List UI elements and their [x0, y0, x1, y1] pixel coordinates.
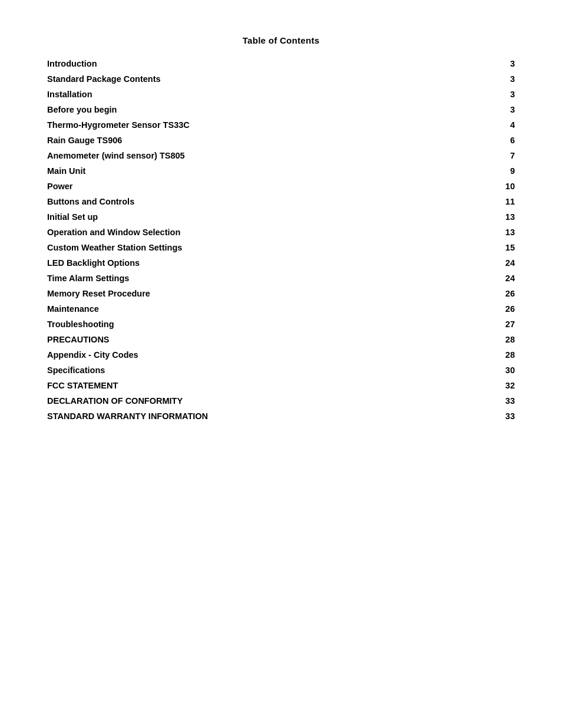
toc-entry-label: Troubleshooting: [47, 317, 468, 332]
toc-entry-page: 33: [468, 409, 515, 424]
toc-row: Introduction3: [47, 56, 515, 71]
toc-entry-label: Operation and Window Selection: [47, 225, 468, 240]
toc-entry-label: Appendix - City Codes: [47, 347, 468, 363]
toc-entry-page: 13: [468, 225, 515, 240]
toc-entry-page: 28: [468, 332, 515, 347]
toc-entry-label: Anemometer (wind sensor) TS805: [47, 148, 468, 163]
toc-entry-label: DECLARATION OF CONFORMITY: [47, 393, 468, 409]
toc-entry-page: 26: [468, 301, 515, 317]
toc-entry-page: 27: [468, 317, 515, 332]
toc-entry-page: 9: [468, 163, 515, 179]
toc-row: Custom Weather Station Settings15: [47, 240, 515, 255]
toc-row: Thermo-Hygrometer Sensor TS33C4: [47, 117, 515, 133]
toc-row: Power10: [47, 179, 515, 194]
toc-table: Introduction3Standard Package Contents3I…: [47, 56, 515, 424]
toc-entry-page: 4: [468, 117, 515, 133]
toc-entry-page: 24: [468, 271, 515, 286]
toc-row: Main Unit9: [47, 163, 515, 179]
toc-entry-page: 3: [468, 87, 515, 102]
toc-entry-label: PRECAUTIONS: [47, 332, 468, 347]
toc-row: LED Backlight Options24: [47, 255, 515, 271]
toc-entry-label: Specifications: [47, 363, 468, 378]
toc-entry-label: Installation: [47, 87, 468, 102]
toc-entry-page: 33: [468, 393, 515, 409]
toc-entry-label: Custom Weather Station Settings: [47, 240, 468, 255]
toc-row: DECLARATION OF CONFORMITY33: [47, 393, 515, 409]
toc-entry-label: Initial Set up: [47, 209, 468, 225]
toc-row: Initial Set up13: [47, 209, 515, 225]
toc-row: Appendix - City Codes28: [47, 347, 515, 363]
toc-row: Time Alarm Settings24: [47, 271, 515, 286]
toc-row: Anemometer (wind sensor) TS8057: [47, 148, 515, 163]
toc-entry-page: 6: [468, 133, 515, 148]
toc-entry-label: Maintenance: [47, 301, 468, 317]
toc-entry-page: 3: [468, 71, 515, 87]
toc-row: Troubleshooting27: [47, 317, 515, 332]
toc-row: Memory Reset Procedure26: [47, 286, 515, 301]
toc-entry-page: 10: [468, 179, 515, 194]
toc-entry-page: 3: [468, 56, 515, 71]
toc-entry-label: Time Alarm Settings: [47, 271, 468, 286]
toc-row: Standard Package Contents3: [47, 71, 515, 87]
toc-entry-label: Rain Gauge TS906: [47, 133, 468, 148]
toc-entry-page: 28: [468, 347, 515, 363]
toc-entry-page: 30: [468, 363, 515, 378]
toc-row: PRECAUTIONS28: [47, 332, 515, 347]
toc-entry-page: 32: [468, 378, 515, 393]
toc-row: Specifications30: [47, 363, 515, 378]
toc-entry-page: 26: [468, 286, 515, 301]
toc-entry-page: 15: [468, 240, 515, 255]
toc-entry-page: 24: [468, 255, 515, 271]
toc-entry-label: Standard Package Contents: [47, 71, 468, 87]
toc-row: Maintenance26: [47, 301, 515, 317]
page-title: Table of Contents: [47, 35, 515, 45]
toc-entry-page: 11: [468, 194, 515, 209]
toc-entry-label: Memory Reset Procedure: [47, 286, 468, 301]
toc-entry-label: FCC STATEMENT: [47, 378, 468, 393]
toc-row: Installation3: [47, 87, 515, 102]
toc-row: STANDARD WARRANTY INFORMATION33: [47, 409, 515, 424]
toc-entry-label: Power: [47, 179, 468, 194]
toc-entry-label: LED Backlight Options: [47, 255, 468, 271]
toc-row: Before you begin3: [47, 102, 515, 117]
toc-row: Buttons and Controls11: [47, 194, 515, 209]
toc-row: FCC STATEMENT32: [47, 378, 515, 393]
toc-entry-label: Main Unit: [47, 163, 468, 179]
toc-entry-page: 3: [468, 102, 515, 117]
toc-entry-page: 13: [468, 209, 515, 225]
toc-entry-label: Thermo-Hygrometer Sensor TS33C: [47, 117, 468, 133]
toc-entry-label: STANDARD WARRANTY INFORMATION: [47, 409, 468, 424]
toc-entry-page: 7: [468, 148, 515, 163]
toc-row: Rain Gauge TS9066: [47, 133, 515, 148]
toc-entry-label: Before you begin: [47, 102, 468, 117]
toc-entry-label: Introduction: [47, 56, 468, 71]
toc-row: Operation and Window Selection13: [47, 225, 515, 240]
toc-entry-label: Buttons and Controls: [47, 194, 468, 209]
